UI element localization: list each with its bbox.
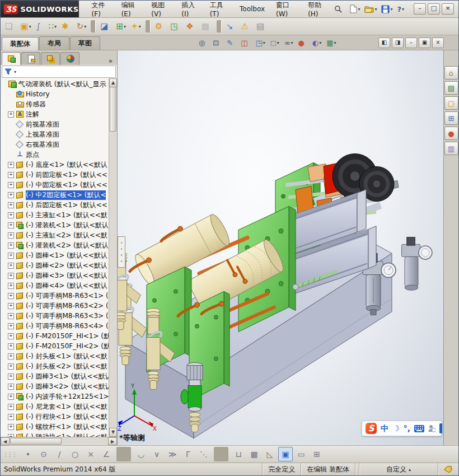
expand-toggle-icon[interactable]: + xyxy=(8,414,14,420)
sketch-tool-button[interactable]: ◡ xyxy=(134,447,148,461)
caret-icon[interactable]: ▾ xyxy=(14,69,16,74)
expand-toggle-icon[interactable]: + xyxy=(8,212,14,218)
caret-icon[interactable]: ▾ xyxy=(334,40,336,45)
expand-toggle-icon[interactable]: + xyxy=(8,323,14,329)
command-tab[interactable]: 草图 xyxy=(70,36,100,50)
view-tool-button[interactable]: ◎ ▾ xyxy=(196,36,210,49)
tree-horizontal-scrollbar[interactable]: ◀ ▶ xyxy=(1,437,117,445)
sketch-tool-button[interactable]: / xyxy=(52,447,67,461)
expand-toggle-icon[interactable]: + xyxy=(8,162,14,168)
pane-splitter-handle[interactable]: ‹‹ ‹‹ xyxy=(118,236,125,268)
caret-icon[interactable]: ▾ xyxy=(84,24,86,29)
menu-item[interactable]: Toolbox xyxy=(235,3,270,15)
expand-toggle-icon[interactable]: + xyxy=(8,313,14,319)
tree-item[interactable]: + (-) 可调手柄M8-R63<2> ( xyxy=(1,301,109,311)
tree-item[interactable]: + (-) 圆棒3<2> (默认<<默认 xyxy=(1,381,109,391)
task-pane-button[interactable]: ● xyxy=(444,127,458,140)
tree-item[interactable]: + (-) 封头板<1> (默认<<默 xyxy=(1,351,109,361)
toolbar-button[interactable]: ▾ xyxy=(146,20,151,32)
toolbar-button[interactable]: ∫ ▾ xyxy=(34,19,46,34)
sketch-tool-button[interactable]: Γ xyxy=(181,447,195,461)
scroll-down-icon[interactable]: ▼ xyxy=(109,428,117,437)
tree-item[interactable]: + (-) 行程块<1> (默认<<默 xyxy=(1,412,109,422)
tree-item[interactable]: + (-) 可调手柄M8-R63<3> ( xyxy=(1,311,109,321)
tree-item[interactable]: + 上视基准面 xyxy=(1,129,109,139)
caret-icon[interactable]: ▾ xyxy=(402,7,404,12)
sketch-tool-button[interactable]: ⊞ xyxy=(310,447,324,461)
graphics-viewport[interactable]: Y X Z ‹‹ ‹‹ *等轴测 S 中 ☽ °, xyxy=(118,50,443,445)
task-pane-button[interactable]: ▥ xyxy=(444,142,458,155)
view-tool-button[interactable]: ◳ ▾ xyxy=(254,36,268,49)
tree-item[interactable]: + 注解 xyxy=(1,109,109,119)
caret-icon[interactable]: ▾ xyxy=(124,24,126,29)
scrollbar-thumb[interactable] xyxy=(10,438,62,445)
toolbar-button[interactable]: ∷ ▾ xyxy=(46,19,59,34)
scroll-right-icon[interactable]: ▶ xyxy=(108,437,117,445)
caret-icon[interactable]: ▾ xyxy=(54,24,57,29)
caret-icon[interactable]: ▾ xyxy=(374,7,377,12)
tree-item[interactable]: + (-) 主液缸<1> (默认<<默 xyxy=(1,210,109,220)
maximize-button[interactable]: □ xyxy=(428,3,440,15)
sketch-tool-button[interactable]: ∠ xyxy=(99,447,114,461)
sketch-tool-button[interactable]: ▣ xyxy=(278,447,293,461)
view-tool-button[interactable]: ◫ ▾ xyxy=(238,36,252,49)
assembly-model[interactable]: Y X Z xyxy=(118,50,443,445)
sketch-tool-button[interactable]: • xyxy=(21,447,35,461)
new-document-button[interactable]: ▾ xyxy=(348,2,362,16)
open-document-button[interactable]: ▾ xyxy=(363,2,378,16)
minimize-button[interactable]: – xyxy=(414,3,426,15)
feature-manager-tab[interactable] xyxy=(60,52,79,65)
toolbar-button[interactable]: ◪ ▾ xyxy=(98,19,113,34)
tree-item[interactable]: + (-) 中2固定板<1> (默认< xyxy=(1,190,109,200)
view-tool-button[interactable]: ◐ ▾ xyxy=(310,36,324,49)
task-pane-button[interactable]: ▢ xyxy=(444,96,458,110)
tree-filter-field[interactable]: ▾ xyxy=(2,66,116,78)
sketch-tool-button[interactable]: ⊔ xyxy=(231,447,246,461)
tree-item[interactable]: + (-) 螺纹杆<1> (默认<<默 xyxy=(1,422,109,432)
expand-toggle-icon[interactable]: + xyxy=(8,434,14,437)
expand-toggle-icon[interactable]: + xyxy=(8,293,14,299)
caret-icon[interactable]: ▾ xyxy=(319,40,321,45)
expand-toggle-icon[interactable]: + xyxy=(8,253,14,259)
toolbar-button[interactable]: ✦ ▾ xyxy=(129,19,143,34)
tree-item[interactable]: + (-) 封头板<2> (默认<<默 xyxy=(1,361,109,371)
menu-item[interactable]: 插入(I) xyxy=(176,0,203,20)
tree-vertical-scrollbar[interactable]: ▲ ▼ xyxy=(109,78,117,437)
menu-item[interactable]: 视图(V) xyxy=(146,0,175,20)
command-tab[interactable]: 布局 xyxy=(39,36,69,50)
expand-toggle-icon[interactable]: + xyxy=(8,374,14,380)
toolbar-button[interactable]: ✱ ▾ xyxy=(59,19,74,34)
chevron-expand-icon[interactable]: » xyxy=(104,57,117,65)
ime-more-icon[interactable] xyxy=(439,423,442,433)
expand-toggle-icon[interactable]: + xyxy=(8,192,14,198)
menu-item[interactable]: 编辑(E) xyxy=(116,0,146,20)
tag-button[interactable] xyxy=(438,463,458,475)
expand-toggle-icon[interactable]: + xyxy=(8,182,14,188)
caret-icon[interactable]: ▾ xyxy=(277,40,279,45)
task-pane-button[interactable]: ▤ xyxy=(444,81,458,95)
expand-toggle-icon[interactable]: + xyxy=(8,111,14,118)
tree-item[interactable]: + (-) 前固定板<1> (默认<< xyxy=(1,170,109,180)
expand-toggle-icon[interactable]: + xyxy=(8,172,14,178)
document-window-button[interactable]: ▣ xyxy=(419,38,430,48)
expand-toggle-icon[interactable]: + xyxy=(8,353,14,360)
model-air-filter-2[interactable] xyxy=(402,237,432,290)
tree-item[interactable]: + 右视基准面 xyxy=(1,139,109,150)
command-tab[interactable]: 装配体 xyxy=(2,37,39,50)
sketch-tool-button[interactable]: ⋱ xyxy=(196,447,211,461)
expand-toggle-icon[interactable]: + xyxy=(8,333,14,339)
ime-user-icon[interactable] xyxy=(428,424,435,432)
tree-item[interactable]: + (-) 圆棒<4> (默认<<默认 xyxy=(1,281,109,291)
caret-icon[interactable]: ▾ xyxy=(29,24,31,29)
tree-item[interactable]: + (-) 圆棒<2> (默认<<默认 xyxy=(1,260,109,270)
sketch-tool-button[interactable] xyxy=(214,447,228,461)
document-window-button[interactable]: – xyxy=(405,38,417,48)
tree-item[interactable]: + (-) 圆棒<1> (默认<<默认 xyxy=(1,250,109,260)
tree-item[interactable]: + (-) F-M20150F_HI<2> (默 xyxy=(1,341,109,351)
sketch-tool-button[interactable] xyxy=(116,447,131,461)
tree-item[interactable]: + (-) 可调手柄M8-R63<4> ( xyxy=(1,321,109,331)
caret-icon[interactable]: ▾ xyxy=(139,24,141,29)
sketch-tool-button[interactable]: ≫ xyxy=(165,447,180,461)
tree-item[interactable]: + (-) 尼龙套<1> (默认<<默 xyxy=(1,402,109,412)
toolbar-button[interactable]: ▣ ▾ xyxy=(18,19,33,34)
